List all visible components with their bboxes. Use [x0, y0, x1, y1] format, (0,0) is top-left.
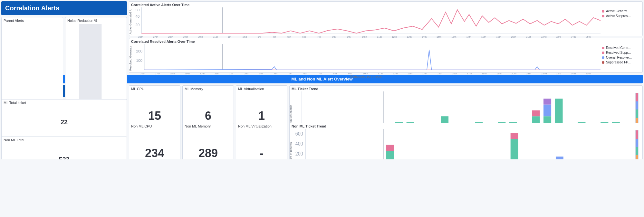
svg-text:200: 200: [136, 49, 143, 53]
chart-resolved-svg: 200 100: [131, 44, 601, 72]
svg-rect-25: [543, 105, 551, 117]
chart-resolved-xlabel: @timestamp per 3 hours: [131, 75, 601, 78]
chart-active-svg: 50 40 20: [131, 7, 601, 35]
kpi-nonml-virtualization-value: -: [260, 146, 264, 159]
chart-nonml-trend-ylabel: Count of records: [289, 142, 293, 159]
legend-item-label: Active Suppres…: [606, 14, 631, 18]
svg-text:100: 100: [136, 58, 143, 62]
svg-text:20: 20: [135, 23, 139, 27]
legend-item-label: Resolved Gene…: [606, 46, 631, 50]
legend-dot-icon: [602, 10, 604, 13]
legend-dot-icon: [602, 61, 604, 64]
legend-dot-icon: [602, 56, 604, 59]
svg-rect-64: [511, 133, 518, 139]
chart-ml-trend-title: ML Ticket Trend: [292, 87, 640, 91]
kpi-ml-total[interactable]: ML Total ticket 22: [1, 99, 127, 141]
chart-resolved-title: Correlated Resolved Alerts Over Time: [131, 40, 640, 43]
svg-text:40: 40: [135, 14, 139, 18]
kpi-parent-alerts-label: Parent Alerts: [4, 19, 24, 23]
kpi-ml-total-value: 22: [61, 118, 68, 126]
svg-text:200: 200: [295, 151, 303, 156]
legend-item[interactable]: Resolved Supp…: [602, 51, 640, 54]
svg-rect-69: [556, 156, 563, 159]
kpi-nonml-virtualization-label: Non ML Virtualization: [238, 124, 272, 128]
svg-rect-63: [511, 139, 518, 159]
svg-text:600: 600: [295, 131, 303, 137]
kpi-nonml-cpu-value: 234: [145, 146, 164, 159]
chart-nonml-trend-svg: 600 400 200: [292, 129, 635, 159]
kpi-ml-cpu-value: 15: [148, 109, 161, 123]
kpi-ml-virtualization-value: 1: [258, 109, 265, 123]
svg-rect-23: [532, 110, 540, 116]
legend-dot-icon: [602, 15, 604, 17]
kpi-nonml-total[interactable]: Non ML Total 523: [1, 137, 127, 159]
legend-dot-icon: [602, 52, 604, 54]
legend-item-label: Resolved Supp…: [606, 51, 631, 54]
correlation-header-label: Correlation Alerts: [5, 5, 59, 12]
kpi-ml-memory-label: ML Memory: [185, 87, 203, 91]
chart-nonml-trend-title: Non ML Ticket Trend: [292, 124, 640, 128]
chart-resolved-alerts[interactable]: Correlated Resolved Alerts Over Time Res…: [129, 38, 643, 73]
kpi-ml-virtualization-label: ML Virtualization: [238, 87, 264, 91]
svg-rect-52: [386, 145, 394, 151]
svg-text:400: 400: [295, 141, 303, 146]
correlation-header: Correlation Alerts: [1, 1, 127, 15]
chart-active-ylabel: Active Generated Al: [129, 9, 132, 34]
legend-item-label: Active Generat…: [606, 9, 630, 13]
kpi-nonml-cpu[interactable]: Non ML CPU 234: [129, 123, 180, 159]
legend-item[interactable]: Resolved Gene…: [602, 46, 640, 50]
legend-item-label: Suppressed FP…: [606, 61, 631, 64]
kpi-nonml-memory-label: Non ML Memory: [185, 124, 211, 128]
kpi-ml-total-label: ML Total ticket: [4, 101, 26, 105]
kpi-nonml-virtualization[interactable]: Non ML Virtualization -: [236, 123, 287, 159]
legend-item[interactable]: Overall Resolve…: [602, 56, 640, 59]
chart-resolved-xticks: 26th27th28th29th30th31st1st2nd3rd4th5th6…: [140, 72, 601, 75]
kpi-nonml-total-label: Non ML Total: [4, 138, 24, 142]
legend-item[interactable]: Suppressed FP…: [602, 61, 640, 64]
kpi-nonml-cpu-label: Non ML CPU: [131, 124, 152, 128]
kpi-nonml-memory-value: 289: [198, 146, 218, 159]
legend-dot-icon: [602, 47, 604, 49]
correlation-section: Correlation Alerts Parent Alerts 1,011 C…: [1, 1, 643, 73]
legend-item-label: Overall Resolve…: [606, 56, 632, 59]
kpi-nonml-memory[interactable]: Non ML Memory 289: [182, 123, 234, 159]
svg-text:50: 50: [135, 8, 139, 12]
chart-nonml-trend[interactable]: Non ML Ticket Trend Count of records 600…: [289, 123, 643, 159]
svg-rect-51: [386, 151, 394, 159]
kpi-ml-memory-value: 6: [205, 109, 211, 123]
legend-item[interactable]: Active Suppres…: [602, 14, 640, 18]
kpi-noise-reduction-label: Noise Reduction %: [67, 19, 98, 23]
kpi-ml-cpu-label: ML CPU: [131, 87, 144, 91]
chart-resolved-ylabel: Resolved Generate: [129, 46, 132, 71]
kpi-nonml-total-value: 523: [59, 156, 69, 159]
svg-rect-26: [543, 99, 551, 104]
chart-active-title: Correlated Active Alerts Over Time: [131, 3, 640, 7]
chart-active-legend: Active Generat…Active Suppres…: [602, 7, 640, 42]
chart-resolved-legend: Resolved Gene…Resolved Supp…Overall Reso…: [602, 44, 640, 78]
chart-active-alerts[interactable]: Correlated Active Alerts Over Time Activ…: [129, 1, 643, 36]
chart-nonml-trend-legend-strip: [635, 130, 639, 159]
legend-item[interactable]: Active Generat…: [602, 9, 640, 13]
